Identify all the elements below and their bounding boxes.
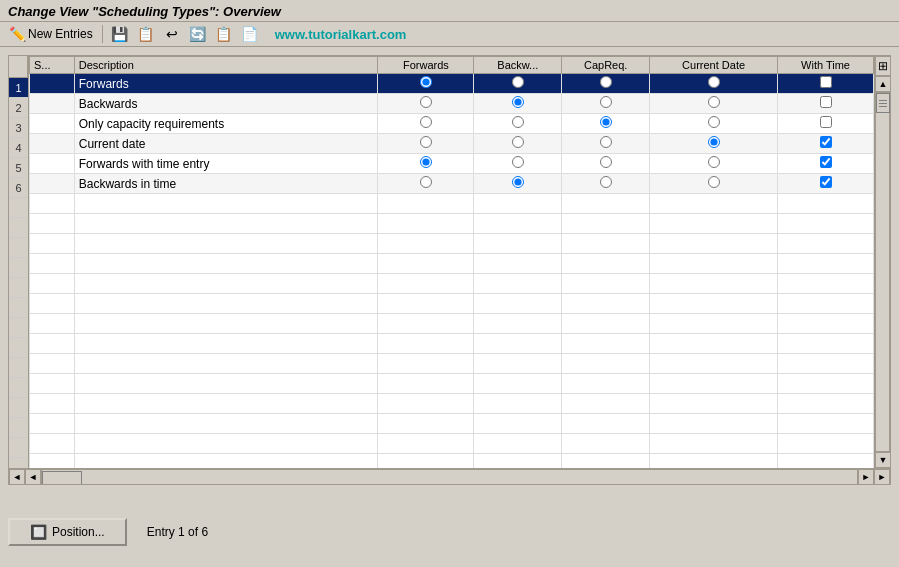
toolbar: ✏️ New Entries 💾 📋 ↩ 🔄 📋 📄 www.tutorialk…: [0, 22, 899, 47]
bottom-scroll-thumb[interactable]: [42, 471, 82, 485]
main-area: 1 2 3 4 5 6: [0, 47, 899, 512]
toolbar-btn-3[interactable]: ↩: [161, 25, 183, 43]
empty-row: [30, 214, 874, 234]
empty-row: [30, 194, 874, 214]
pencil-icon: ✏️: [9, 26, 25, 42]
scroll-right-btn[interactable]: ►: [874, 469, 890, 485]
toolbar-btn-4[interactable]: 🔄: [187, 25, 209, 43]
cell-capreq-3[interactable]: [562, 114, 650, 134]
cell-desc-4: Current date: [74, 134, 378, 154]
col-header-currentdate: Current Date: [650, 57, 778, 74]
cell-withtime-1[interactable]: [778, 74, 874, 94]
save-icon: 💾: [112, 26, 128, 42]
cell-s-6: [30, 174, 75, 194]
cell-forwards-5[interactable]: [378, 154, 474, 174]
scroll-left-btn[interactable]: ◄: [9, 469, 25, 485]
cell-currentdate-1[interactable]: [650, 74, 778, 94]
cell-backwards-2[interactable]: [474, 94, 562, 114]
row-num-9: [9, 238, 28, 258]
cell-forwards-1[interactable]: [378, 74, 474, 94]
undo-icon: ↩: [164, 26, 180, 42]
toolbar-btn-2[interactable]: 📋: [135, 25, 157, 43]
row-numbers: 1 2 3 4 5 6: [9, 56, 29, 468]
col-header-forwards: Forwards: [378, 57, 474, 74]
cell-withtime-5[interactable]: [778, 154, 874, 174]
cell-capreq-2[interactable]: [562, 94, 650, 114]
cell-capreq-4[interactable]: [562, 134, 650, 154]
copy-icon: 📋: [138, 26, 154, 42]
cell-currentdate-3[interactable]: [650, 114, 778, 134]
empty-row: [30, 374, 874, 394]
cell-currentdate-5[interactable]: [650, 154, 778, 174]
nav-right-btn[interactable]: ►: [858, 469, 874, 485]
row-num-15: [9, 358, 28, 378]
row-num-14: [9, 338, 28, 358]
cell-withtime-6[interactable]: [778, 174, 874, 194]
cell-capreq-5[interactable]: [562, 154, 650, 174]
cell-desc-5: Forwards with time entry: [74, 154, 378, 174]
cell-withtime-4[interactable]: [778, 134, 874, 154]
toolbar-item-new-entries[interactable]: ✏️ New Entries: [6, 25, 96, 43]
row-num-1[interactable]: 1: [9, 78, 28, 98]
cell-desc-2: Backwards: [74, 94, 378, 114]
cell-backwards-5[interactable]: [474, 154, 562, 174]
col-settings-icon[interactable]: ⊞: [875, 56, 890, 76]
scrollbar-right: ⊞ ▲ ▼: [874, 56, 890, 468]
table-row[interactable]: Backwards: [30, 94, 874, 114]
row-num-5[interactable]: 5: [9, 158, 28, 178]
cell-backwards-3[interactable]: [474, 114, 562, 134]
cell-withtime-3[interactable]: [778, 114, 874, 134]
scroll-up-btn[interactable]: ▲: [875, 76, 890, 92]
row-num-2[interactable]: 2: [9, 98, 28, 118]
cell-capreq-6[interactable]: [562, 174, 650, 194]
cell-currentdate-2[interactable]: [650, 94, 778, 114]
bottom-scroll-track: [41, 469, 858, 485]
cell-forwards-3[interactable]: [378, 114, 474, 134]
empty-row: [30, 314, 874, 334]
nav-left-btn[interactable]: ◄: [25, 469, 41, 485]
cell-backwards-1[interactable]: [474, 74, 562, 94]
row-num-8: [9, 218, 28, 238]
table-row[interactable]: Only capacity requirements: [30, 114, 874, 134]
watermark: www.tutorialkart.com: [275, 27, 407, 42]
row-num-6[interactable]: 6: [9, 178, 28, 198]
cell-withtime-2[interactable]: [778, 94, 874, 114]
empty-row: [30, 434, 874, 454]
entry-info: Entry 1 of 6: [147, 525, 208, 539]
cell-desc-3: Only capacity requirements: [74, 114, 378, 134]
bottom-scrollbar: ◄ ◄ ► ►: [9, 468, 890, 484]
empty-row: [30, 334, 874, 354]
cell-capreq-1[interactable]: [562, 74, 650, 94]
cell-forwards-4[interactable]: [378, 134, 474, 154]
row-num-3[interactable]: 3: [9, 118, 28, 138]
toolbar-btn-5[interactable]: 📋: [213, 25, 235, 43]
cell-forwards-2[interactable]: [378, 94, 474, 114]
cell-backwards-6[interactable]: [474, 174, 562, 194]
table-row[interactable]: Current date: [30, 134, 874, 154]
row-num-4[interactable]: 4: [9, 138, 28, 158]
row-num-11: [9, 278, 28, 298]
col-header-backwards: Backw...: [474, 57, 562, 74]
cell-currentdate-6[interactable]: [650, 174, 778, 194]
table-row[interactable]: Backwards in time: [30, 174, 874, 194]
empty-row: [30, 394, 874, 414]
scroll-thumb[interactable]: [876, 93, 890, 113]
position-button[interactable]: 🔲 Position...: [8, 518, 127, 546]
table-container: 1 2 3 4 5 6: [8, 55, 891, 485]
toolbar-btn-6[interactable]: 📄: [239, 25, 261, 43]
row-num-10: [9, 258, 28, 278]
col-header-withtime: With Time: [778, 57, 874, 74]
table-row[interactable]: Forwards with time entry: [30, 154, 874, 174]
cell-forwards-6[interactable]: [378, 174, 474, 194]
cell-backwards-4[interactable]: [474, 134, 562, 154]
cell-desc-1: Forwards: [74, 74, 378, 94]
toolbar-save-btn[interactable]: 💾: [109, 25, 131, 43]
cell-s-5: [30, 154, 75, 174]
scroll-down-btn[interactable]: ▼: [875, 452, 890, 468]
cell-s-1: [30, 74, 75, 94]
row-num-20: [9, 458, 28, 468]
cell-s-3: [30, 114, 75, 134]
table-row[interactable]: Forwards: [30, 74, 874, 94]
cell-currentdate-4[interactable]: [650, 134, 778, 154]
empty-row: [30, 294, 874, 314]
